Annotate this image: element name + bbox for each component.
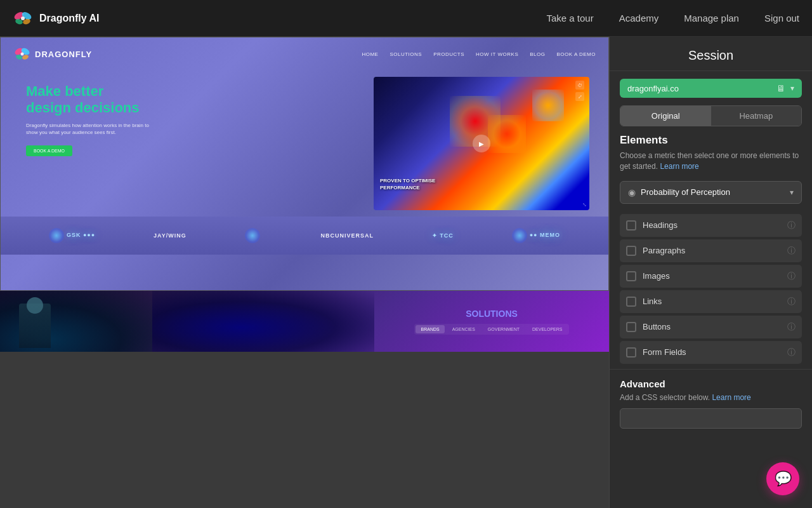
heatmap-expand-icon: ⤢ xyxy=(575,92,584,101)
webpage-bottom-right: SOLUTIONS BRANDS AGENCIES GOVERNMENT DEV… xyxy=(374,291,609,352)
heatmap-video-controls: ⏱ ⤢ xyxy=(575,81,584,101)
checkbox-form-fields[interactable] xyxy=(626,347,636,358)
elements-description: Choose a metric then select one or more … xyxy=(620,150,802,172)
elements-section: Elements Choose a metric then select one… xyxy=(610,134,812,364)
webpage-hero-text: Make better design decisions Dragonfly s… xyxy=(26,77,361,156)
brand-jaywing: JAY/WING xyxy=(154,232,187,239)
info-icon-form-fields[interactable]: ⓘ xyxy=(787,347,796,358)
element-list: Headings ⓘ Paragraphs ⓘ Images ⓘ Links ⓘ xyxy=(620,214,802,364)
metric-filter-icon: ◉ xyxy=(628,187,636,197)
advanced-title: Advanced xyxy=(620,378,802,389)
checkbox-links[interactable] xyxy=(626,297,636,307)
url-device-icon: 🖥 xyxy=(776,83,785,93)
element-row-links[interactable]: Links ⓘ xyxy=(620,290,802,313)
metric-chevron-icon: ▾ xyxy=(790,188,794,197)
element-label-buttons: Buttons xyxy=(643,322,781,331)
info-icon-headings[interactable]: ⓘ xyxy=(787,220,796,231)
info-icon-paragraphs[interactable]: ⓘ xyxy=(787,245,796,257)
solutions-tab-brands[interactable]: BRANDS xyxy=(416,325,444,333)
heatmap-video-overlay: ▶ PROVEN TO OPTIMISE PERFORMANCE ⏱ ⤢ ⤡ xyxy=(374,77,589,210)
webpage-nav-solutions: SOLUTIONS xyxy=(390,51,422,57)
webpage-bottom-left xyxy=(0,291,152,352)
tab-heatmap[interactable]: Heatmap xyxy=(711,106,802,126)
info-icon-images[interactable]: ⓘ xyxy=(787,271,796,282)
right-panel: Session dragonflyai.co 🖥 ▾ Original Heat… xyxy=(609,37,812,508)
heatmap-hotspot-3 xyxy=(532,90,564,121)
checkbox-headings[interactable] xyxy=(626,220,636,231)
app-logo-text: Dragonfly AI xyxy=(39,13,100,24)
solutions-tab-developers[interactable]: DEVELOPERS xyxy=(527,325,567,333)
nav-academy[interactable]: Academy xyxy=(619,13,659,23)
webpage-nav-blog: BLOG xyxy=(530,51,545,57)
solutions-title: SOLUTIONS xyxy=(414,309,568,319)
checkbox-images[interactable] xyxy=(626,271,636,281)
brand-tcc: ✦ tcc xyxy=(432,232,454,239)
svg-point-4 xyxy=(21,17,25,20)
logo-area: Dragonfly AI xyxy=(13,8,546,29)
checkbox-paragraphs[interactable] xyxy=(626,246,636,256)
advanced-section: Advanced Add a CSS selector below. Learn… xyxy=(610,369,812,438)
heatmap-video-bg: ▶ PROVEN TO OPTIMISE PERFORMANCE ⏱ ⤢ ⤡ xyxy=(374,77,589,210)
advanced-css-input[interactable] xyxy=(620,408,802,429)
url-row: dragonflyai.co 🖥 ▾ xyxy=(610,71,812,105)
url-selector[interactable]: dragonflyai.co 🖥 ▾ xyxy=(620,79,802,98)
element-row-buttons[interactable]: Buttons ⓘ xyxy=(620,316,802,338)
heatmap-clock-icon: ⏱ xyxy=(575,81,584,90)
checkbox-buttons[interactable] xyxy=(626,322,636,332)
webpage-hero-subtext: Dragonfly simulates how attention works … xyxy=(26,122,153,136)
brand-gsk: gsk ●●● xyxy=(49,228,95,243)
brand-circle xyxy=(245,228,263,243)
url-text: dragonflyai.co xyxy=(627,84,771,93)
brand-nbcuniversal: NBCUniversal xyxy=(320,232,374,239)
webpage-preview: DRAGONFLY HOME SOLUTIONS PRODUCTS HOW IT… xyxy=(0,37,609,508)
elements-learn-more-link[interactable]: Learn more xyxy=(660,162,698,171)
solutions-tabs: BRANDS AGENCIES GOVERNMENT DEVELOPERS xyxy=(414,324,568,335)
element-row-paragraphs[interactable]: Paragraphs ⓘ xyxy=(620,239,802,262)
info-icon-links[interactable]: ⓘ xyxy=(787,296,796,307)
webpage-inner-nav-items: HOME SOLUTIONS PRODUCTS HOW IT WORKS BLO… xyxy=(362,51,596,57)
webpage-nav-book-demo: BOOK A DEMO xyxy=(556,51,596,57)
webpage-inner-nav: DRAGONFLY HOME SOLUTIONS PRODUCTS HOW IT… xyxy=(1,37,608,70)
heatmap-hotspot-2 xyxy=(488,115,526,153)
webpage-hero-content: Make better design decisions Dragonfly s… xyxy=(1,70,608,217)
element-label-images: Images xyxy=(643,271,781,281)
advanced-description: Add a CSS selector below. Learn more xyxy=(620,393,802,402)
webpage-nav-how-it-works: HOW IT WORKS xyxy=(476,51,518,57)
webpage-book-demo-button[interactable]: BOOK A DEMO xyxy=(26,145,72,156)
nav-manage-plan[interactable]: Manage plan xyxy=(684,13,739,23)
element-label-form-fields: Form Fields xyxy=(643,347,781,357)
webpage-logo-icon xyxy=(13,45,31,63)
info-icon-buttons[interactable]: ⓘ xyxy=(787,321,796,333)
brand-memo: ●● memo xyxy=(512,228,560,243)
chat-icon: 💬 xyxy=(775,471,792,487)
svg-point-9 xyxy=(21,53,24,56)
webpage-nav-products: PRODUCTS xyxy=(433,51,464,57)
heatmap-video-caption: PROVEN TO OPTIMISE PERFORMANCE xyxy=(380,178,435,191)
element-row-images[interactable]: Images ⓘ xyxy=(620,265,802,288)
metric-dropdown-text: Probability of Perception xyxy=(641,187,785,197)
heatmap-play-button[interactable]: ▶ xyxy=(473,135,490,152)
nav-sign-out[interactable]: Sign out xyxy=(764,13,799,23)
solutions-tab-agencies[interactable]: AGENCIES xyxy=(447,325,480,333)
webpage-nav-home: HOME xyxy=(362,51,378,57)
webpage-bottom-mid xyxy=(152,291,374,352)
webpage-hero-heading: Make better design decisions xyxy=(26,83,361,117)
metric-dropdown[interactable]: ◉ Probability of Perception ▾ xyxy=(620,181,802,204)
heatmap-resize-icon: ⤡ xyxy=(582,202,587,208)
webpage-bottom-section: SOLUTIONS BRANDS AGENCIES GOVERNMENT DEV… xyxy=(0,291,609,352)
element-row-headings[interactable]: Headings ⓘ xyxy=(620,214,802,237)
nav-take-a-tour[interactable]: Take a tour xyxy=(546,13,593,23)
elements-section-title: Elements xyxy=(620,134,802,147)
dragonfly-logo-icon xyxy=(13,8,33,29)
advanced-learn-more-link[interactable]: Learn more xyxy=(712,393,750,402)
main-content: DRAGONFLY HOME SOLUTIONS PRODUCTS HOW IT… xyxy=(0,37,812,508)
element-row-form-fields[interactable]: Form Fields ⓘ xyxy=(620,341,802,364)
url-chevron-icon: ▾ xyxy=(790,84,794,93)
tab-original[interactable]: Original xyxy=(620,106,711,126)
webpage-hero-section: DRAGONFLY HOME SOLUTIONS PRODUCTS HOW IT… xyxy=(0,37,609,291)
chat-button[interactable]: 💬 xyxy=(766,462,799,495)
webpage-inner-logo-text: DRAGONFLY xyxy=(35,50,92,59)
solutions-section: SOLUTIONS BRANDS AGENCIES GOVERNMENT DEV… xyxy=(414,309,568,335)
preview-area: DRAGONFLY HOME SOLUTIONS PRODUCTS HOW IT… xyxy=(0,37,609,508)
solutions-tab-government[interactable]: GOVERNMENT xyxy=(483,325,525,333)
